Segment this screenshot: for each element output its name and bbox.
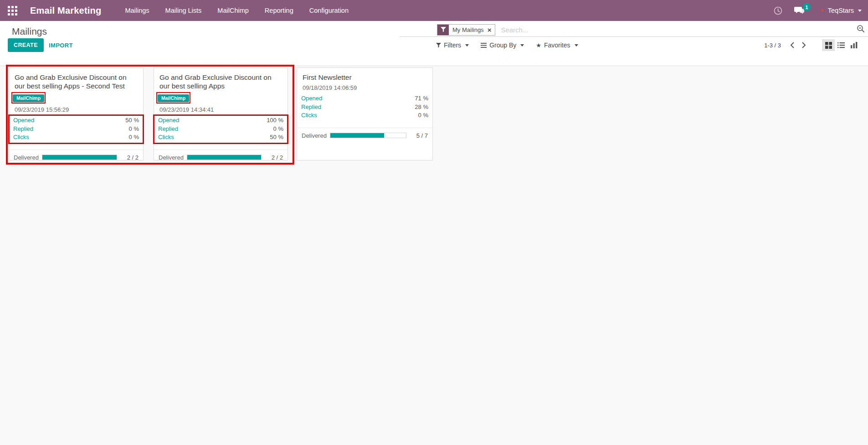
top-navbar: Email Marketing Mailings Mailing Lists M… bbox=[0, 0, 868, 21]
group-by-icon bbox=[481, 43, 487, 48]
stat-row-opened: Opened 71 % bbox=[301, 94, 428, 103]
user-name: TeqStars bbox=[828, 7, 854, 14]
delivered-row: Delivered 2 / 2 bbox=[9, 150, 143, 161]
opened-link[interactable]: Opened bbox=[301, 94, 322, 103]
stat-row-opened: Opened 100 % bbox=[158, 116, 283, 125]
chevron-down-icon bbox=[520, 44, 524, 47]
chevron-down-icon bbox=[465, 44, 469, 47]
clicks-value: 0 % bbox=[129, 133, 139, 142]
group-by-dropdown[interactable]: Group By bbox=[481, 41, 524, 49]
mailing-title: Go and Grab Exclusive Discount on our be… bbox=[159, 73, 282, 90]
delivered-label: Delivered bbox=[159, 154, 187, 161]
messages-icon[interactable]: 1 bbox=[794, 6, 804, 15]
annotation-rectangle-badge: MailChimp bbox=[156, 92, 190, 103]
annotation-rectangle-badge: MailChimp bbox=[11, 92, 46, 103]
replied-value: 0 % bbox=[273, 125, 283, 134]
create-button[interactable]: CREATE bbox=[8, 38, 44, 52]
mailchimp-badge: MailChimp bbox=[158, 94, 189, 102]
replied-link[interactable]: Replied bbox=[158, 125, 178, 134]
delivered-row: Delivered 2 / 2 bbox=[154, 150, 288, 161]
search-bar: My Mailings × bbox=[400, 23, 868, 37]
message-count-badge: 1 bbox=[803, 3, 811, 11]
activity-clock-icon[interactable] bbox=[774, 6, 782, 15]
chevron-down-icon bbox=[575, 44, 578, 47]
mailing-title: First Newsletter bbox=[303, 73, 427, 82]
mailchimp-badge: MailChimp bbox=[13, 94, 44, 102]
replied-link[interactable]: Replied bbox=[301, 103, 321, 112]
stat-row-clicks: Clicks 0 % bbox=[13, 133, 139, 142]
search-magnifier-icon[interactable] bbox=[857, 25, 865, 35]
favorites-dropdown[interactable]: ★ Favorites bbox=[536, 41, 578, 49]
menu-mailings[interactable]: Mailings bbox=[124, 5, 150, 16]
delivered-progressbar bbox=[187, 155, 262, 160]
facet-label: My Mailings bbox=[449, 25, 488, 35]
menu-mailing-lists[interactable]: Mailing Lists bbox=[164, 5, 203, 16]
mailing-card[interactable]: First Newsletter 09/18/2019 14:06:59 Ope… bbox=[297, 67, 433, 160]
chevron-down-icon bbox=[858, 10, 862, 12]
delivered-row: Delivered 5 / 7 bbox=[297, 128, 432, 139]
mailing-card[interactable]: Go and Grab Exclusive Discount on our be… bbox=[154, 67, 288, 160]
delivered-progressbar bbox=[42, 155, 117, 160]
facet-remove-icon[interactable]: × bbox=[488, 25, 495, 35]
mailing-stats: Opened 50 % Replied 0 % Clicks 0 % bbox=[8, 114, 144, 144]
mailing-date: 09/18/2019 14:06:59 bbox=[303, 84, 427, 91]
delivered-progressbar bbox=[330, 133, 406, 138]
clicks-link[interactable]: Clicks bbox=[158, 133, 174, 142]
mailing-stats: Opened 71 % Replied 28 % Clicks 0 % bbox=[296, 93, 433, 122]
opened-value: 50 % bbox=[125, 116, 139, 125]
stat-row-replied: Replied 0 % bbox=[13, 125, 139, 134]
page-title: Mailings bbox=[12, 26, 47, 37]
replied-value: 28 % bbox=[415, 103, 428, 112]
replied-value: 0 % bbox=[129, 125, 139, 134]
delivered-value: 5 / 7 bbox=[411, 132, 428, 139]
search-facet: My Mailings × bbox=[437, 24, 495, 36]
filter-icon bbox=[436, 43, 441, 48]
mailing-date: 09/23/2019 15:56:29 bbox=[15, 106, 138, 113]
clicks-value: 0 % bbox=[418, 111, 428, 120]
mailing-card[interactable]: Go and Grab Exclusive Discount on our be… bbox=[9, 67, 144, 160]
stat-row-clicks: Clicks 50 % bbox=[158, 133, 283, 142]
stat-row-replied: Replied 28 % bbox=[301, 103, 428, 112]
replied-link[interactable]: Replied bbox=[13, 125, 33, 134]
menu-configuration[interactable]: Configuration bbox=[308, 5, 349, 16]
mailing-title: Go and Grab Exclusive Discount on our be… bbox=[15, 73, 138, 90]
apps-menu-icon[interactable] bbox=[8, 6, 17, 16]
graph-view-icon[interactable] bbox=[847, 39, 860, 51]
stat-row-replied: Replied 0 % bbox=[158, 125, 283, 134]
pager-range[interactable]: 1-3 / 3 bbox=[764, 42, 781, 49]
stat-row-opened: Opened 50 % bbox=[13, 116, 139, 125]
company-logo-icon: ★ bbox=[820, 7, 825, 14]
user-menu[interactable]: ★ TeqStars bbox=[820, 7, 862, 14]
menu-reporting[interactable]: Reporting bbox=[264, 5, 294, 16]
delivered-value: 2 / 2 bbox=[266, 154, 283, 161]
app-title: Email Marketing bbox=[30, 5, 101, 16]
mailing-stats: Opened 100 % Replied 0 % Clicks 50 % bbox=[153, 114, 288, 144]
list-view-icon[interactable] bbox=[835, 39, 847, 51]
view-switcher bbox=[822, 39, 860, 51]
top-menu: Mailings Mailing Lists MailChimp Reporti… bbox=[124, 5, 349, 16]
star-icon: ★ bbox=[536, 42, 541, 49]
kanban-view-icon[interactable] bbox=[822, 39, 835, 51]
opened-value: 100 % bbox=[267, 116, 283, 125]
import-button[interactable]: IMPORT bbox=[46, 38, 76, 52]
search-input[interactable] bbox=[500, 26, 857, 34]
opened-value: 71 % bbox=[415, 94, 428, 103]
pager-previous-icon[interactable] bbox=[786, 39, 798, 51]
opened-link[interactable]: Opened bbox=[13, 116, 34, 125]
control-panel: Mailings My Mailings × CREATE IMPORT Fil… bbox=[0, 21, 868, 66]
clicks-link[interactable]: Clicks bbox=[301, 111, 317, 120]
mailing-date: 09/23/2019 14:34:41 bbox=[159, 106, 282, 113]
stat-row-clicks: Clicks 0 % bbox=[301, 111, 428, 120]
pager-next-icon[interactable] bbox=[798, 39, 809, 51]
clicks-link[interactable]: Clicks bbox=[13, 133, 29, 142]
menu-mailchimp[interactable]: MailChimp bbox=[216, 5, 250, 16]
filter-facet-icon bbox=[437, 25, 449, 35]
delivered-label: Delivered bbox=[14, 154, 42, 161]
delivered-value: 2 / 2 bbox=[121, 154, 139, 161]
opened-link[interactable]: Opened bbox=[158, 116, 179, 125]
clicks-value: 50 % bbox=[270, 133, 283, 142]
systray: 1 ★ TeqStars bbox=[774, 6, 862, 15]
filters-dropdown[interactable]: Filters bbox=[436, 41, 469, 49]
search-options: Filters Group By ★ Favorites bbox=[436, 38, 578, 52]
pager: 1-3 / 3 bbox=[764, 38, 860, 52]
